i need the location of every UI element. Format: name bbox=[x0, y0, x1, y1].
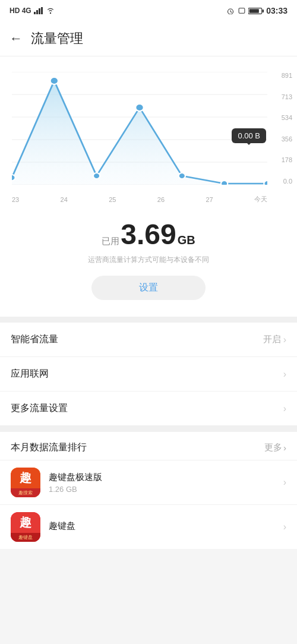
divider-1 bbox=[0, 317, 297, 323]
app-name-0: 趣键盘极速版 bbox=[49, 472, 275, 483]
ranking-more-button[interactable]: 更多 › bbox=[264, 442, 286, 453]
app-size-0: 1.26 GB bbox=[49, 485, 275, 494]
chart-svg-area bbox=[12, 72, 267, 185]
ranking-section: 本月数据流量排行 更多 › 趣 趣搜索 趣键盘极速版 1.26 GB › bbox=[0, 432, 297, 549]
svg-marker-18 bbox=[12, 81, 267, 185]
chart-tooltip: 0.00 B bbox=[232, 128, 266, 143]
svg-rect-1 bbox=[36, 10, 38, 14]
smart-save-status: 开启 bbox=[263, 334, 281, 345]
x-label-24: 24 bbox=[61, 196, 68, 203]
page-header: ← 流量管理 bbox=[0, 21, 297, 56]
svg-point-21 bbox=[93, 173, 100, 179]
x-label-25: 25 bbox=[109, 196, 116, 203]
app-chevron-0: › bbox=[283, 477, 286, 488]
app-chevron-1: › bbox=[283, 522, 286, 532]
svg-point-20 bbox=[50, 77, 59, 84]
usage-section: 已用 3.69 GB 运营商流量计算方式可能与本设备不同 设置 bbox=[0, 209, 297, 317]
menu-item-right-smart-save: 开启 › bbox=[263, 334, 286, 345]
status-right: 03:33 bbox=[226, 6, 287, 15]
y-label-2: 534 bbox=[282, 114, 292, 121]
x-label-23: 23 bbox=[12, 196, 19, 203]
y-label-3: 356 bbox=[282, 135, 292, 143]
app-icon-1: 趣 趣键盘 bbox=[11, 512, 40, 542]
usage-value: 3.69 bbox=[121, 220, 176, 249]
app-icon-0: 趣 趣搜索 bbox=[11, 468, 40, 497]
app-icon-svg-0: 趣 趣搜索 bbox=[11, 468, 40, 497]
svg-point-4 bbox=[49, 12, 50, 14]
ranking-title: 本月数据流量排行 bbox=[11, 441, 87, 454]
x-label-26: 26 bbox=[157, 196, 165, 203]
svg-line-7 bbox=[230, 12, 232, 13]
chart-x-labels: 23 24 25 26 27 今天 bbox=[12, 195, 267, 204]
svg-text:趣: 趣 bbox=[19, 516, 32, 529]
menu-item-right-more-settings: › bbox=[283, 403, 286, 414]
menu-item-right-app-network: › bbox=[283, 369, 286, 380]
svg-rect-8 bbox=[239, 8, 245, 13]
menu-item-label-app-network: 应用联网 bbox=[11, 368, 49, 380]
app-name-1: 趣键盘 bbox=[49, 520, 275, 532]
app-info-1: 趣键盘 bbox=[49, 520, 275, 533]
chevron-icon-1: › bbox=[283, 334, 286, 345]
svg-point-24 bbox=[221, 181, 228, 185]
svg-rect-10 bbox=[249, 9, 259, 13]
svg-rect-0 bbox=[34, 12, 36, 14]
svg-text:趣: 趣 bbox=[19, 471, 32, 484]
menu-item-app-network[interactable]: 应用联网 › bbox=[0, 357, 297, 392]
y-label-1: 713 bbox=[282, 93, 292, 100]
battery-icon bbox=[248, 7, 264, 15]
app-info-0: 趣键盘极速版 1.26 GB bbox=[49, 472, 275, 494]
section-divider-2 bbox=[0, 426, 297, 432]
app-icon-svg-1: 趣 趣键盘 bbox=[11, 512, 40, 542]
status-bar: HD 4G 03:33 bbox=[0, 0, 297, 21]
settings-button[interactable]: 设置 bbox=[91, 276, 206, 300]
menu-item-smart-save[interactable]: 智能省流量 开启 › bbox=[0, 323, 297, 357]
app-item-0[interactable]: 趣 趣搜索 趣键盘极速版 1.26 GB › bbox=[0, 460, 297, 504]
menu-item-label-smart-save: 智能省流量 bbox=[11, 333, 58, 346]
svg-rect-3 bbox=[41, 7, 43, 14]
y-label-5: 0.0 bbox=[283, 178, 292, 185]
svg-point-25 bbox=[264, 181, 267, 185]
chevron-icon-3: › bbox=[283, 403, 286, 414]
y-label-4: 178 bbox=[282, 156, 292, 163]
chevron-icon-more: › bbox=[283, 443, 286, 453]
time-display: 03:33 bbox=[266, 6, 287, 15]
svg-point-22 bbox=[135, 104, 144, 111]
back-button[interactable]: ← bbox=[10, 31, 23, 46]
svg-rect-2 bbox=[39, 8, 40, 14]
usage-row: 已用 3.69 GB bbox=[10, 220, 287, 249]
svg-point-23 bbox=[179, 173, 185, 179]
ranking-header: 本月数据流量排行 更多 › bbox=[0, 432, 297, 460]
menu-item-more-settings[interactable]: 更多流量设置 › bbox=[0, 392, 297, 426]
menu-item-label-more-settings: 更多流量设置 bbox=[11, 402, 68, 415]
page-title: 流量管理 bbox=[31, 30, 83, 48]
chart-section: 891 713 534 356 178 0.0 bbox=[0, 56, 297, 209]
alarm-icon bbox=[226, 7, 235, 14]
usage-note: 运营商流量计算方式可能与本设备不同 bbox=[10, 255, 287, 265]
svg-rect-11 bbox=[263, 10, 264, 12]
usage-prefix: 已用 bbox=[102, 236, 119, 247]
network-label: HD 4G bbox=[10, 7, 31, 15]
y-label-0: 891 bbox=[282, 72, 292, 79]
status-network: HD 4G bbox=[10, 7, 55, 15]
signal-icon bbox=[34, 7, 43, 14]
x-label-27: 27 bbox=[206, 196, 213, 203]
app-item-1[interactable]: 趣 趣键盘 趣键盘 › bbox=[0, 504, 297, 549]
menu-section: 智能省流量 开启 › 应用联网 › 更多流量设置 › bbox=[0, 323, 297, 426]
wifi-icon bbox=[46, 7, 55, 14]
svg-point-19 bbox=[12, 175, 15, 181]
chart-y-labels: 891 713 534 356 178 0.0 bbox=[282, 72, 292, 185]
usage-unit: GB bbox=[178, 233, 195, 247]
svg-text:趣搜索: 趣搜索 bbox=[18, 490, 33, 495]
svg-text:趣键盘: 趣键盘 bbox=[18, 535, 33, 540]
orientation-icon bbox=[238, 7, 246, 14]
chart-container: 891 713 534 356 178 0.0 bbox=[0, 66, 297, 209]
x-label-today: 今天 bbox=[254, 195, 267, 204]
chevron-icon-2: › bbox=[283, 369, 286, 380]
